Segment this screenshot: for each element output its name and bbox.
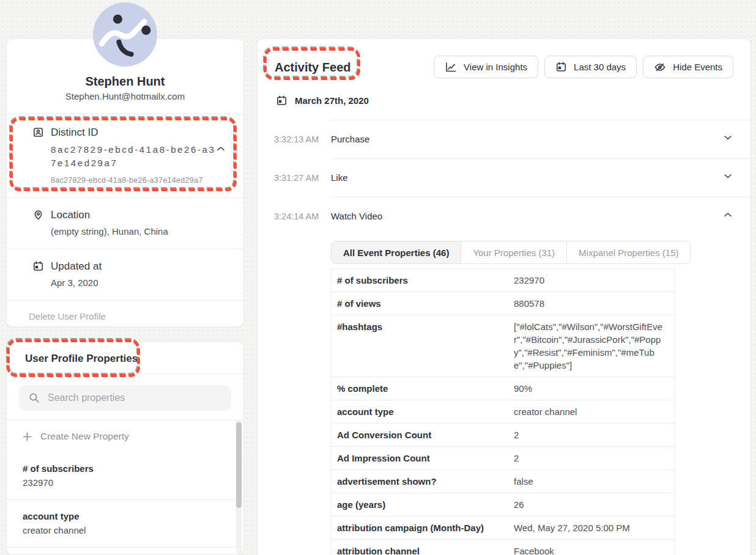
calendar-icon bbox=[276, 95, 287, 106]
location-section: Location (empty string), Hunan, China bbox=[7, 197, 243, 249]
tab-mixpanel-properties[interactable]: Mixpanel Properties (15) bbox=[566, 241, 690, 263]
table-row: attribution channel Facebook bbox=[332, 540, 675, 555]
user-profile-properties-card: User Profile Properties Create New Prope… bbox=[6, 342, 244, 555]
distinct-id-value: 8ac27829-ebcd-41a8-be26-a37e14ed29a7 bbox=[51, 143, 222, 170]
user-profile-page: Stephen Hunt Stephen.Hunt@hotmailx.com D… bbox=[0, 0, 756, 555]
event-property-name: Ad Conversion Count bbox=[337, 428, 514, 441]
user-profile-properties-title: User Profile Properties bbox=[7, 342, 243, 374]
scrollbar-thumb[interactable] bbox=[236, 422, 242, 508]
profile-email: Stephen.Hunt@hotmailx.com bbox=[7, 91, 243, 101]
chevron-down-icon[interactable] bbox=[724, 135, 732, 141]
avatar bbox=[93, 2, 157, 67]
search-input[interactable] bbox=[48, 392, 221, 403]
table-row: Ad Conversion Count 2 bbox=[332, 424, 675, 447]
event-property-value: 26 bbox=[514, 498, 667, 511]
view-in-insights-button[interactable]: View in Insights bbox=[434, 56, 538, 78]
create-new-property-label: Create New Property bbox=[40, 431, 129, 442]
tab-all-event-properties[interactable]: All Event Properties (46) bbox=[332, 241, 461, 263]
event-list: 3:32:13 AM Purchase 3:31:27 AM Like bbox=[258, 120, 750, 555]
event-property-value: Wed, May 27, 2020 5:00 PM bbox=[514, 521, 667, 534]
table-row: % complete 90% bbox=[332, 377, 675, 400]
delete-user-profile-button[interactable]: Delete User Profile bbox=[7, 300, 243, 332]
table-row: # of views 880578 bbox=[332, 292, 675, 315]
properties-list: Create New Property # of subscribers 232… bbox=[7, 420, 243, 548]
event-row-expanded[interactable]: 3:24:14 AM Watch Video All Event Propert… bbox=[258, 197, 750, 555]
chevron-up-icon[interactable] bbox=[217, 146, 225, 152]
search-wrap bbox=[19, 385, 231, 411]
location-pin-icon bbox=[32, 209, 44, 221]
button-label: Hide Events bbox=[673, 62, 722, 72]
table-row: # of subscribers 232970 bbox=[332, 269, 675, 292]
updated-at-value: Apr 3, 2020 bbox=[51, 277, 225, 289]
list-item[interactable]: # of subscribers 232970 bbox=[7, 452, 243, 499]
property-name: account type bbox=[23, 511, 228, 521]
hide-events-button[interactable]: Hide Events bbox=[643, 56, 733, 78]
tab-your-properties[interactable]: Your Properties (31) bbox=[461, 241, 566, 263]
event-name: Watch Video bbox=[331, 211, 382, 221]
distinct-id-label: Distinct ID bbox=[51, 126, 225, 139]
event-property-name: advertisement shown? bbox=[337, 475, 514, 488]
location-label: Location bbox=[51, 208, 225, 222]
event-property-name: Ad Impression Count bbox=[337, 452, 514, 465]
event-property-value: creator channel bbox=[514, 405, 667, 418]
activity-feed-title: Activity Feed bbox=[275, 59, 350, 75]
chevron-down-icon[interactable] bbox=[724, 174, 732, 179]
distinct-id-section[interactable]: Distinct ID 8ac27829-ebcd-41a8-be26-a37e… bbox=[7, 114, 243, 197]
event-time: 3:24:14 AM bbox=[274, 211, 319, 221]
search-box[interactable] bbox=[19, 385, 231, 411]
event-property-name: # of views bbox=[337, 297, 514, 310]
event-properties-tabs: All Event Properties (46) Your Propertie… bbox=[331, 241, 691, 264]
event-property-value: false bbox=[514, 475, 667, 488]
location-value: (empty string), Hunan, China bbox=[51, 226, 225, 237]
table-row: account type creator channel bbox=[332, 400, 675, 424]
chevron-up-icon[interactable] bbox=[724, 212, 732, 218]
event-property-name: attribution campaign (Month-Day) bbox=[337, 521, 514, 534]
event-row[interactable]: 3:32:13 AM Purchase bbox=[258, 120, 750, 158]
date-group-header: March 27th, 2020 bbox=[276, 95, 750, 106]
event-detail-panel: All Event Properties (46) Your Propertie… bbox=[331, 241, 675, 555]
activity-feed-card: Activity Feed View in Insights bbox=[257, 39, 751, 555]
table-row: #hashtags ["#lolCats","#Wilson","#WorstG… bbox=[332, 315, 675, 377]
event-property-name: #hashtags bbox=[337, 320, 514, 333]
search-icon bbox=[29, 392, 40, 403]
event-property-name: account type bbox=[337, 405, 514, 418]
date-group-label: March 27th, 2020 bbox=[295, 95, 369, 106]
event-property-value: Facebook bbox=[514, 545, 667, 555]
distinct-id-small: 8ac27829-ebcd-41a8-be26-a37e14ed29a7 bbox=[51, 176, 225, 185]
event-property-value: 880578 bbox=[514, 297, 667, 310]
contact-badge-icon bbox=[32, 127, 44, 138]
date-range-button[interactable]: Last 30 days bbox=[544, 56, 637, 78]
event-property-name: age (years) bbox=[337, 498, 514, 511]
event-properties-table: # of subscribers 232970 # of views 88057… bbox=[331, 268, 675, 555]
button-label: Last 30 days bbox=[574, 62, 626, 72]
updated-at-section: Updated at Apr 3, 2020 bbox=[7, 249, 243, 300]
updated-at-label: Updated at bbox=[51, 260, 225, 273]
button-label: View in Insights bbox=[464, 62, 527, 72]
property-value: creator channel bbox=[23, 525, 228, 535]
table-row: attribution campaign (Month-Day) Wed, Ma… bbox=[332, 516, 675, 540]
event-property-value: 90% bbox=[514, 382, 667, 395]
event-name: Like bbox=[331, 172, 348, 183]
activity-feed-header: Activity Feed View in Insights bbox=[258, 39, 750, 78]
event-time: 3:31:27 AM bbox=[274, 173, 319, 183]
table-row: age (years) 26 bbox=[332, 493, 675, 516]
property-name: # of subscribers bbox=[23, 463, 228, 474]
event-row[interactable]: 3:31:27 AM Like bbox=[258, 158, 750, 197]
calendar-icon bbox=[32, 260, 44, 272]
eye-off-icon bbox=[654, 62, 666, 73]
event-property-value: 232970 bbox=[514, 274, 667, 287]
event-property-value: ["#lolCats","#Wilson","#WorstGiftEver","… bbox=[514, 320, 667, 372]
table-row: Ad Impression Count 2 bbox=[332, 447, 675, 470]
event-time: 3:32:13 AM bbox=[274, 134, 319, 144]
event-property-value: 2 bbox=[514, 428, 667, 441]
feed-actions: View in Insights Last 30 days bbox=[434, 56, 733, 78]
list-item[interactable]: account type creator channel bbox=[7, 499, 243, 548]
profile-card: Stephen Hunt Stephen.Hunt@hotmailx.com D… bbox=[6, 39, 244, 327]
insights-chart-icon bbox=[445, 62, 457, 73]
table-row: advertisement shown? false bbox=[332, 470, 675, 493]
event-property-name: attribution channel bbox=[337, 545, 514, 555]
event-property-name: % complete bbox=[337, 382, 514, 395]
plus-icon bbox=[23, 432, 32, 441]
property-value: 232970 bbox=[23, 477, 228, 488]
create-new-property-button[interactable]: Create New Property bbox=[7, 421, 243, 452]
